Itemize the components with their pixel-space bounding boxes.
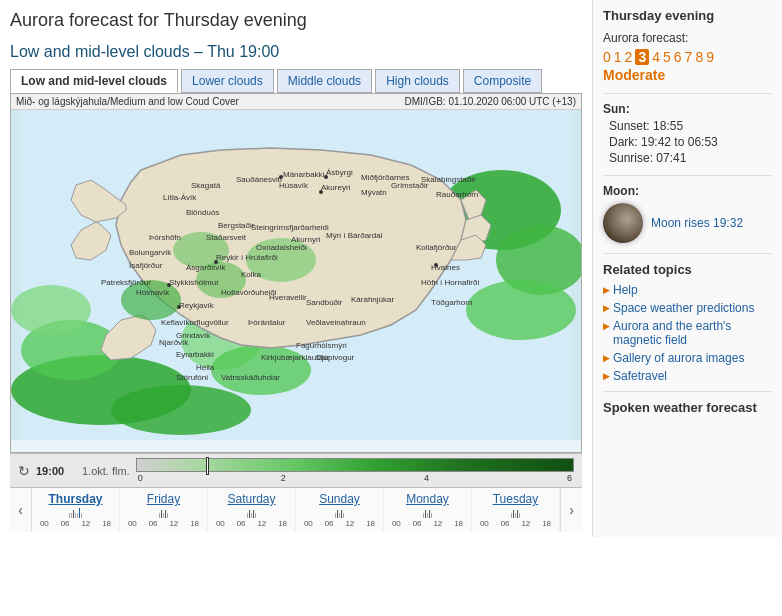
progress-marker[interactable]: [206, 457, 209, 475]
svg-text:Húsavík: Húsavík: [279, 181, 309, 190]
tab-middle-clouds[interactable]: Middle clouds: [277, 69, 372, 93]
htick: [81, 513, 82, 518]
sun-section: Sun: Sunset: 18:55 Dark: 19:42 to 06:53 …: [603, 102, 772, 165]
divider-2: [603, 175, 772, 176]
htick: [251, 513, 252, 518]
tab-bar: Low and mid-level clouds Lower clouds Mi…: [10, 69, 582, 93]
tick-0: 0: [138, 473, 143, 483]
svg-text:Skalabingstaðir: Skalabingstaðir: [421, 175, 476, 184]
tab-composite[interactable]: Composite: [463, 69, 542, 93]
svg-text:Mánarbakki: Mánarbakki: [283, 170, 325, 179]
svg-point-66: [279, 175, 283, 179]
day-col-monday: Monday 00 06 12 18: [384, 488, 472, 532]
refresh-icon[interactable]: ↻: [18, 463, 30, 479]
htick: [511, 513, 512, 518]
svg-point-68: [319, 190, 323, 194]
map-body: Bolungarvík Ísafjörður Þórshöfn Patreksf…: [11, 110, 581, 440]
svg-text:Staðarsveit: Staðarsveit: [206, 233, 247, 242]
svg-text:Fagurhólsmýri: Fagurhólsmýri: [296, 341, 347, 350]
day-sunday[interactable]: Sunday: [298, 492, 381, 506]
map-header-right: DMI/IGB: 01.10.2020 06:00 UTC (+13): [405, 96, 576, 107]
timeline-section: ↻ 19:00 1.okt. flm. 0 2 4 6: [10, 453, 582, 487]
prev-day-arrow[interactable]: ‹: [10, 488, 32, 532]
tab-lower-clouds[interactable]: Lower clouds: [181, 69, 274, 93]
svg-text:Patreksfjörður: Patreksfjörður: [101, 278, 151, 287]
spoken-forecast-title: Spoken weather forecast: [603, 400, 772, 415]
day-saturday[interactable]: Saturday: [210, 492, 293, 506]
saturday-hours: 00 06 12 18: [210, 519, 293, 528]
aurora-num-9: 9: [706, 49, 714, 65]
link-space-weather[interactable]: Space weather predictions: [603, 301, 772, 315]
dark-row: Dark: 19:42 to 06:53: [603, 135, 772, 149]
aurora-num-7: 7: [685, 49, 693, 65]
htick: [337, 510, 338, 518]
sunset-row: Sunset: 18:55: [603, 119, 772, 133]
htick: [431, 513, 432, 518]
htick: [335, 513, 336, 518]
htick: [343, 513, 344, 518]
htick: [71, 513, 72, 518]
svg-text:Vatnsskáðuholar: Vatnsskáðuholar: [221, 373, 280, 382]
htick: [255, 513, 256, 518]
htick: [515, 513, 516, 518]
svg-point-4: [11, 285, 91, 335]
svg-text:Stykkishólmur: Stykkishólmur: [169, 278, 219, 287]
link-aurora-magnetic[interactable]: Aurora and the earth's magnetic field: [603, 319, 772, 347]
htick: [425, 510, 426, 518]
link-safetravel[interactable]: Safetravel: [603, 369, 772, 383]
link-help[interactable]: Help: [603, 283, 772, 297]
day-tuesday[interactable]: Tuesday: [474, 492, 557, 506]
svg-text:Bolungarvík: Bolungarvík: [129, 248, 172, 257]
htick: [519, 513, 520, 518]
svg-text:Akureyri: Akureyri: [321, 183, 351, 192]
svg-text:Veðlaveinahraun: Veðlaveinahraun: [306, 318, 366, 327]
svg-text:Þórárdalur: Þórárdalur: [248, 318, 286, 327]
moon-rise-text: Moon rises 19:32: [651, 216, 743, 230]
svg-text:Hólmavík: Hólmavík: [136, 288, 170, 297]
related-topics-title: Related topics: [603, 262, 772, 277]
thursday-hour-ticks: [34, 508, 117, 518]
sun-title: Sun:: [603, 102, 772, 116]
progress-bar-track[interactable]: [136, 458, 574, 472]
day-monday[interactable]: Monday: [386, 492, 469, 506]
tab-high-clouds[interactable]: High clouds: [375, 69, 460, 93]
svg-text:Lítla-Ávík: Lítla-Ávík: [163, 193, 197, 202]
aurora-num-4: 4: [652, 49, 660, 65]
tab-low-mid-clouds[interactable]: Low and mid-level clouds: [10, 69, 178, 93]
svg-text:Rauðarhorn: Rauðarhorn: [436, 190, 478, 199]
svg-point-7: [466, 280, 576, 340]
day-col-friday: Friday 00 06 12 18: [120, 488, 208, 532]
svg-text:Sauðánesviti: Sauðánesviti: [236, 175, 282, 184]
sunday-hours: 00 06 12 18: [298, 519, 381, 528]
days-navigation: ‹ Thursday 00 06 12 18: [10, 487, 582, 532]
friday-hour-ticks: [122, 508, 205, 518]
tuesday-hours: 00 06 12 18: [474, 519, 557, 528]
right-panel: Thursday evening Aurora forecast: 0 1 2 …: [592, 0, 782, 537]
map-subtitle: Low and mid-level clouds – Thu 19:00: [10, 43, 582, 61]
divider-3: [603, 253, 772, 254]
svg-text:Hella: Hella: [196, 363, 215, 372]
svg-point-67: [324, 175, 328, 179]
tick-4: 4: [424, 473, 429, 483]
day-thursday[interactable]: Thursday: [34, 492, 117, 506]
monday-hour-ticks: [386, 508, 469, 518]
sunday-hour-ticks: [298, 508, 381, 518]
link-gallery[interactable]: Gallery of aurora images: [603, 351, 772, 365]
right-section-title: Thursday evening: [603, 8, 772, 23]
svg-text:Reykjavík: Reykjavík: [179, 301, 215, 310]
time-display: 19:00: [36, 465, 76, 477]
svg-point-69: [434, 263, 438, 267]
page-title: Aurora forecast for Thursday evening: [10, 10, 582, 31]
htick: [163, 513, 164, 518]
aurora-num-1: 1: [614, 49, 622, 65]
svg-text:Töðgarhorn: Töðgarhorn: [431, 298, 472, 307]
svg-text:Kolka: Kolka: [241, 270, 262, 279]
tick-2: 2: [281, 473, 286, 483]
progress-bar-wrapper[interactable]: 0 2 4 6: [136, 458, 574, 483]
tick-6: 6: [567, 473, 572, 483]
htick: [341, 510, 342, 518]
day-friday[interactable]: Friday: [122, 492, 205, 506]
next-day-arrow[interactable]: ›: [560, 488, 582, 532]
htick: [429, 510, 430, 518]
svg-text:Ásgarðsvík: Ásgarðsvík: [186, 263, 227, 272]
